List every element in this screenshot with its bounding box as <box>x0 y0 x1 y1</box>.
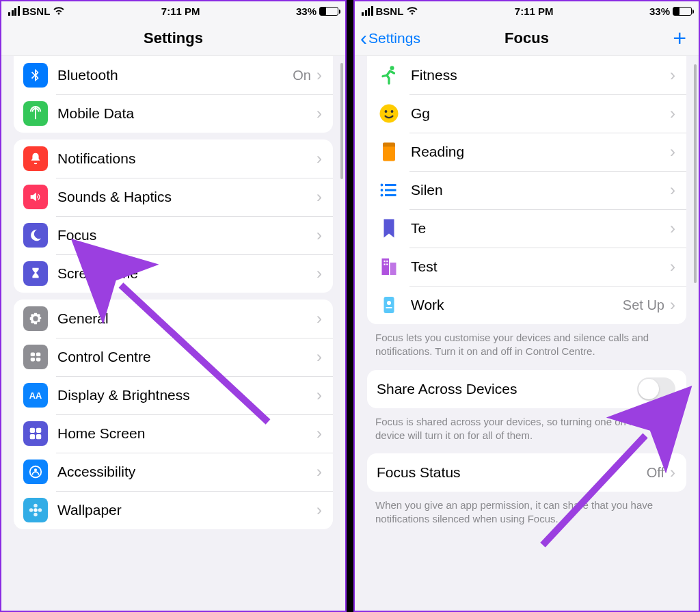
svg-point-27 <box>381 194 383 197</box>
navbar-focus: ‹ Settings Focus + <box>355 21 699 56</box>
focus-row-te[interactable]: Te› <box>367 209 686 248</box>
signal-icon <box>8 6 20 16</box>
focus-content[interactable]: Fitness›Gg›Reading›Silen›Te›Test›WorkSet… <box>355 56 699 612</box>
svg-rect-24 <box>385 184 396 186</box>
row-label: Sounds & Haptics <box>57 189 317 205</box>
focus-row-reading[interactable]: Reading› <box>367 133 686 171</box>
svg-point-18 <box>380 105 399 123</box>
control-centre-icon <box>23 345 48 369</box>
row-label: Silen <box>411 182 670 198</box>
focus-modes-group: Fitness›Gg›Reading›Silen›Te›Test›WorkSet… <box>367 56 686 324</box>
chevron-right-icon: › <box>670 463 675 482</box>
focus-footer-1: Focus lets you customise your devices an… <box>355 324 699 363</box>
clock: 7:11 PM <box>515 5 554 17</box>
back-button[interactable]: ‹ Settings <box>360 21 420 55</box>
svg-rect-28 <box>385 194 396 196</box>
notifications-icon <box>23 146 48 171</box>
settings-row-accessibility[interactable]: Accessibility› <box>14 453 333 491</box>
svg-rect-2 <box>31 358 35 362</box>
svg-text:AA: AA <box>29 390 42 401</box>
settings-row-screen-time[interactable]: Screen Time› <box>14 254 333 293</box>
row-label: Home Screen <box>57 425 317 442</box>
share-group: Share Across Devices <box>367 370 686 408</box>
svg-rect-30 <box>390 263 396 275</box>
screen-time-icon <box>23 261 48 286</box>
status-value: Off <box>647 465 664 481</box>
svg-point-10 <box>34 468 37 471</box>
chevron-right-icon: › <box>670 257 675 276</box>
row-label: Bluetooth <box>57 67 293 83</box>
display-brightness-icon: AA <box>23 383 48 408</box>
row-label: Screen Time <box>57 265 317 282</box>
svg-point-11 <box>33 508 38 512</box>
svg-point-14 <box>29 508 33 512</box>
row-label: Control Centre <box>57 349 317 365</box>
reading-icon <box>377 139 401 164</box>
svg-rect-0 <box>31 353 35 357</box>
chevron-right-icon: › <box>317 424 322 443</box>
share-label: Share Across Devices <box>377 381 637 397</box>
row-label: Wallpaper <box>57 502 317 518</box>
accessibility-icon <box>23 460 48 484</box>
chevron-right-icon: › <box>670 66 675 85</box>
settings-group: BluetoothOn›Mobile Data› <box>14 56 333 133</box>
clock: 7:11 PM <box>161 5 200 17</box>
settings-row-display-brightness[interactable]: AADisplay & Brightness› <box>14 376 333 414</box>
settings-row-control-centre[interactable]: Control Centre› <box>14 338 333 376</box>
chevron-right-icon: › <box>317 187 322 207</box>
status-group: Focus Status Off › <box>367 453 686 492</box>
focus-row-gg[interactable]: Gg› <box>367 94 686 133</box>
settings-row-mobile-data[interactable]: Mobile Data› <box>14 94 333 133</box>
scroll-indicator[interactable] <box>694 64 697 283</box>
chevron-left-icon: ‹ <box>360 28 367 49</box>
focus-status-row[interactable]: Focus Status Off › <box>367 453 686 492</box>
focus-row-test[interactable]: Test› <box>367 248 686 286</box>
settings-row-focus[interactable]: Focus› <box>14 216 333 254</box>
settings-row-sounds-haptics[interactable]: Sounds & Haptics› <box>14 178 333 216</box>
svg-rect-33 <box>384 264 386 265</box>
svg-rect-7 <box>30 434 35 439</box>
settings-content[interactable]: BluetoothOn›Mobile Data›Notifications›So… <box>1 56 345 612</box>
chevron-right-icon: › <box>670 104 675 123</box>
chevron-right-icon: › <box>670 219 675 238</box>
wifi-icon <box>53 6 65 16</box>
row-label: Test <box>411 258 670 275</box>
focus-icon <box>23 223 48 248</box>
sounds-haptics-icon <box>23 185 48 209</box>
settings-row-general[interactable]: General› <box>14 300 333 338</box>
carrier-label: BSNL <box>376 5 404 17</box>
svg-rect-37 <box>386 307 392 308</box>
battery-percent: 33% <box>649 5 670 17</box>
row-label: Mobile Data <box>57 105 317 122</box>
chevron-right-icon: › <box>670 142 675 161</box>
svg-point-36 <box>387 301 391 305</box>
row-label: Te <box>411 220 670 237</box>
scroll-indicator[interactable] <box>340 63 343 179</box>
chevron-right-icon: › <box>317 104 322 123</box>
work-icon <box>377 293 401 317</box>
fitness-icon <box>377 63 401 88</box>
focus-row-fitness[interactable]: Fitness› <box>367 56 686 94</box>
share-toggle[interactable] <box>637 377 675 401</box>
home-screen-icon <box>23 421 48 446</box>
settings-row-bluetooth[interactable]: BluetoothOn› <box>14 56 333 94</box>
row-label: Work <box>411 297 623 313</box>
share-across-devices-row[interactable]: Share Across Devices <box>367 370 686 408</box>
add-focus-button[interactable]: + <box>673 21 686 55</box>
silen-icon <box>377 178 401 202</box>
settings-row-wallpaper[interactable]: Wallpaper› <box>14 491 333 529</box>
chevron-right-icon: › <box>317 66 322 85</box>
svg-point-23 <box>381 184 383 187</box>
status-bar: BSNL 7:11 PM 33% <box>355 1 699 21</box>
signal-icon <box>362 6 373 16</box>
focus-row-work[interactable]: WorkSet Up› <box>367 286 686 324</box>
settings-row-notifications[interactable]: Notifications› <box>14 139 333 178</box>
svg-point-19 <box>385 110 388 113</box>
te-icon <box>377 216 401 241</box>
svg-rect-5 <box>30 428 35 433</box>
test-icon <box>377 254 401 279</box>
focus-row-silen[interactable]: Silen› <box>367 171 686 209</box>
settings-row-home-screen[interactable]: Home Screen› <box>14 414 333 453</box>
chevron-right-icon: › <box>317 226 322 245</box>
svg-point-17 <box>390 66 394 70</box>
